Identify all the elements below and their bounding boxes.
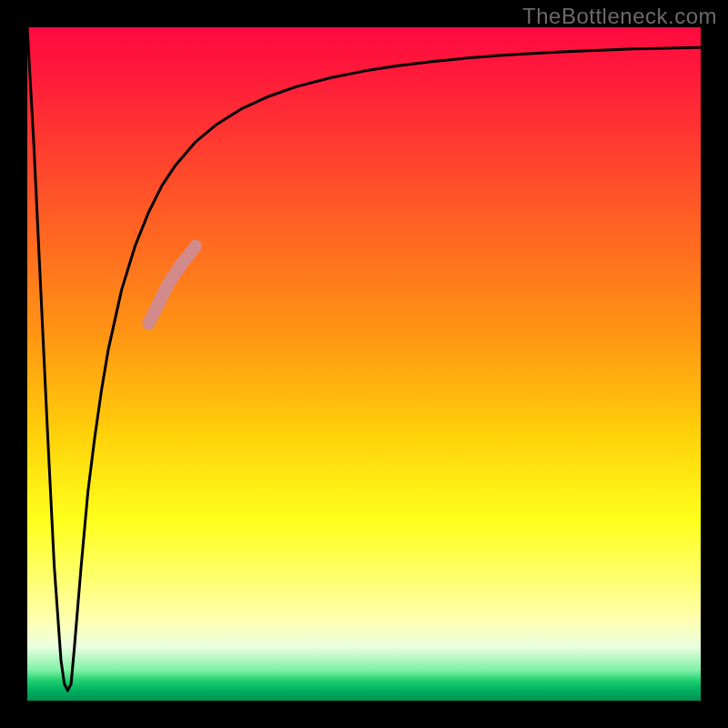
- bottleneck-curve: [27, 27, 701, 691]
- highlight-segment: [148, 247, 196, 324]
- plot-area: [27, 27, 701, 701]
- watermark-text: TheBottleneck.com: [522, 4, 717, 29]
- chart-frame: TheBottleneck.com: [0, 0, 728, 728]
- curve-layer: [27, 27, 701, 701]
